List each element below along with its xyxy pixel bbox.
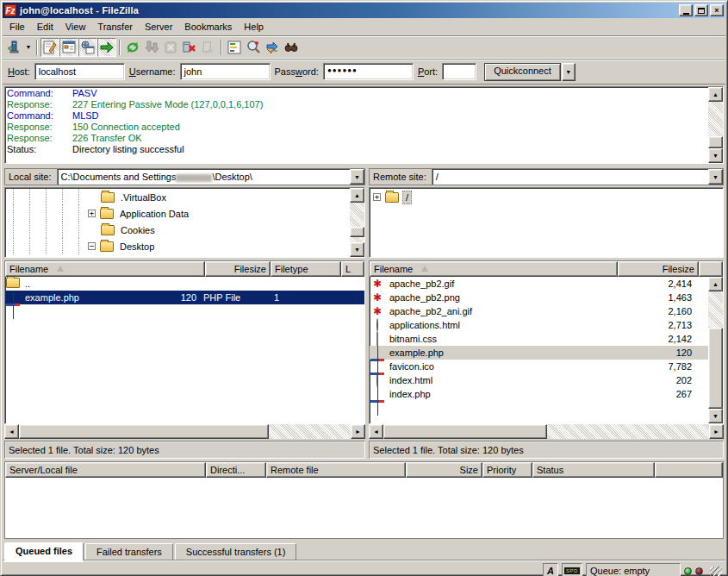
- scrollbar-thumb[interactable]: [350, 227, 364, 237]
- column-filename[interactable]: Filename: [370, 261, 618, 277]
- transfer-type-indicator[interactable]: A: [543, 563, 558, 576]
- remote-horizontal-scrollbar[interactable]: ◄ ►: [369, 424, 724, 439]
- toggle-local-tree-button[interactable]: [59, 38, 78, 57]
- reconnect-button[interactable]: [199, 38, 218, 57]
- port-input[interactable]: [442, 63, 476, 80]
- scrollbar-thumb[interactable]: [708, 328, 723, 409]
- refresh-button[interactable]: [123, 38, 142, 57]
- menu-file[interactable]: File: [3, 19, 31, 34]
- host-input[interactable]: localhost: [34, 63, 125, 80]
- directory-filters-button[interactable]: [225, 38, 244, 57]
- password-input[interactable]: ●●●●●●: [323, 63, 414, 80]
- file-row-apache-pb2-gif[interactable]: ✱ apache_pb2.gif 2,414: [370, 277, 708, 291]
- directory-comparison-button[interactable]: [244, 38, 263, 57]
- column-filename[interactable]: Filename: [5, 261, 205, 277]
- column-direction[interactable]: Directi...: [206, 462, 266, 478]
- tree-item-root[interactable]: + /: [370, 189, 723, 205]
- column-status[interactable]: Status: [532, 462, 655, 478]
- expand-icon[interactable]: +: [88, 210, 96, 217]
- column-filesize[interactable]: Filesize: [618, 261, 699, 277]
- tree-item-virtualbox[interactable]: .VirtualBox: [5, 189, 350, 205]
- file-row-index-php[interactable]: index.php 267: [370, 387, 708, 401]
- column-last-modified[interactable]: L: [341, 261, 364, 277]
- scroll-up-icon[interactable]: ▲: [708, 277, 723, 291]
- file-row-example-php[interactable]: example.php 120 PHP File 1: [5, 291, 364, 304]
- menu-server[interactable]: Server: [139, 19, 178, 34]
- column-filesize[interactable]: Filesize: [205, 261, 271, 277]
- column-server-local-file[interactable]: Server/Local file: [5, 462, 206, 478]
- tab-failed-transfers[interactable]: Failed transfers: [85, 543, 173, 560]
- quickconnect-button[interactable]: Quickconnect: [484, 63, 561, 81]
- scroll-left-icon[interactable]: ◄: [4, 424, 19, 439]
- scroll-down-icon[interactable]: ▼: [350, 242, 364, 257]
- speed-limit-indicator[interactable]: SPD: [562, 563, 582, 576]
- local-horizontal-scrollbar[interactable]: ◄ ►: [4, 424, 365, 439]
- expand-icon[interactable]: +: [373, 193, 381, 201]
- column-priority[interactable]: Priority: [482, 462, 532, 478]
- file-row-bitnami-css[interactable]: bitnami.css 2,142: [370, 332, 708, 346]
- scroll-left-icon[interactable]: ◄: [369, 424, 383, 439]
- file-row-favicon-ico[interactable]: favicon.ico 7,782: [370, 360, 708, 373]
- scroll-up-icon[interactable]: ▲: [708, 87, 723, 102]
- column-remote-file[interactable]: Remote file: [266, 462, 406, 478]
- disconnect-button[interactable]: [180, 38, 199, 57]
- quickconnect-dropdown[interactable]: ▼: [562, 63, 576, 81]
- message-log[interactable]: Command:PASV Response:227 Entering Passi…: [5, 87, 708, 163]
- remote-list-scrollbar[interactable]: ▲ ▼: [708, 277, 723, 423]
- file-row-example-php[interactable]: example.php 120: [370, 346, 708, 360]
- remote-site-combo[interactable]: / ▼: [432, 168, 724, 185]
- local-path[interactable]: C:\Documents and Settings\Desktop\: [58, 169, 350, 185]
- collapse-icon[interactable]: −: [88, 242, 96, 250]
- site-manager-dropdown[interactable]: ▼: [23, 38, 34, 57]
- scrollbar-thumb[interactable]: [383, 424, 547, 439]
- site-manager-button[interactable]: [4, 38, 23, 57]
- local-site-combo[interactable]: C:\Documents and Settings\Desktop\ ▼: [57, 168, 365, 185]
- scroll-right-icon[interactable]: ►: [709, 424, 724, 439]
- cancel-operation-button[interactable]: [161, 38, 180, 57]
- php-file-icon: [370, 347, 384, 359]
- remote-tree-body[interactable]: + /: [370, 188, 723, 257]
- local-tree-scrollbar[interactable]: ▲ ▼: [350, 188, 364, 257]
- local-site-combo-button[interactable]: ▼: [350, 169, 364, 185]
- tab-queued-files[interactable]: Queued files: [4, 542, 84, 560]
- queue-body[interactable]: [5, 478, 723, 538]
- column-filetype[interactable]: Filetype: [271, 261, 341, 277]
- find-files-button[interactable]: [282, 38, 301, 57]
- minimize-button[interactable]: [679, 4, 693, 16]
- menu-edit[interactable]: Edit: [31, 19, 59, 34]
- scrollbar-thumb[interactable]: [708, 136, 723, 148]
- scroll-up-icon[interactable]: ▲: [350, 188, 364, 203]
- menu-transfer[interactable]: Transfer: [91, 19, 139, 34]
- menu-help[interactable]: Help: [238, 19, 270, 34]
- directory-comparison-icon: [246, 40, 261, 55]
- file-row-parent-dir[interactable]: ..: [5, 277, 364, 291]
- file-row-applications-html[interactable]: applications.html 2,713: [370, 318, 708, 332]
- tree-item-cookies[interactable]: Cookies: [5, 222, 350, 238]
- scrollbar-thumb[interactable]: [19, 424, 269, 439]
- close-button[interactable]: ×: [710, 4, 724, 16]
- process-queue-button[interactable]: [142, 38, 161, 57]
- resize-grip[interactable]: [710, 567, 722, 576]
- maximize-button[interactable]: [694, 4, 708, 16]
- tree-item-desktop[interactable]: − Desktop: [5, 238, 350, 254]
- remote-site-combo-button[interactable]: ▼: [708, 169, 723, 185]
- tab-successful-transfers[interactable]: Successful transfers (1): [175, 543, 297, 560]
- menu-bookmarks[interactable]: Bookmarks: [178, 19, 238, 34]
- scroll-down-icon[interactable]: ▼: [708, 409, 723, 423]
- scroll-down-icon[interactable]: ▼: [708, 148, 723, 163]
- file-row-apache-pb2-png[interactable]: ✱ apache_pb2.png 1,463: [370, 291, 708, 304]
- toggle-message-log-button[interactable]: [40, 38, 59, 57]
- scroll-right-icon[interactable]: ►: [351, 424, 365, 439]
- toggle-remote-tree-button[interactable]: [78, 38, 97, 57]
- column-size[interactable]: Size: [406, 462, 482, 478]
- username-input[interactable]: john: [180, 63, 271, 80]
- toggle-transfer-queue-button[interactable]: [97, 38, 116, 57]
- local-tree-body[interactable]: .VirtualBox + Application Data Cookies: [5, 188, 350, 257]
- tree-item-application-data[interactable]: + Application Data: [5, 205, 350, 222]
- file-row-index-html[interactable]: index.html 202: [370, 373, 708, 387]
- log-vertical-scrollbar[interactable]: ▲ ▼: [708, 87, 723, 163]
- menu-view[interactable]: View: [59, 19, 92, 34]
- file-row-apache-pb2-ani-gif[interactable]: ✱ apache_pb2_ani.gif 2,160: [370, 304, 708, 318]
- synchronized-browsing-button[interactable]: [263, 38, 282, 57]
- remote-path[interactable]: /: [432, 169, 708, 185]
